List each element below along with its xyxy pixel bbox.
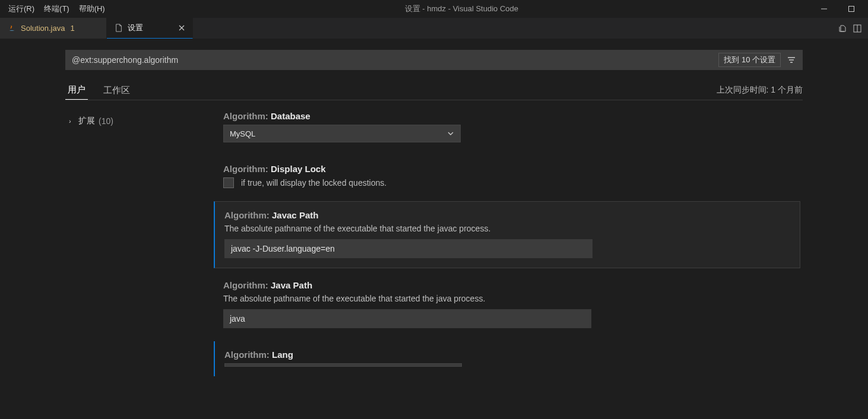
settings-toc: › 扩展 (10)	[65, 107, 214, 419]
minimize-icon[interactable]	[813, 0, 835, 18]
settings-editor: 找到 10 个设置 用户 工作区 上次同步时间: 1 个月前 › 扩展 (10)…	[0, 39, 868, 419]
chevron-down-icon	[447, 130, 454, 137]
split-editor-icon[interactable]	[853, 24, 862, 33]
setting-algorithm-display-lock: Algorithm: Display Lock if true, will di…	[214, 155, 800, 198]
toc-label: 扩展	[78, 116, 95, 126]
window-title: 设置 - hmdz - Visual Studio Code	[110, 4, 813, 14]
settings-file-icon	[114, 23, 123, 33]
tab-label: Solution.java	[21, 24, 65, 33]
open-changes-icon[interactable]	[838, 24, 848, 33]
setting-title: Algorithm: Javac Path	[224, 210, 790, 220]
setting-key: Display Lock	[271, 164, 326, 174]
setting-category: Algorithm:	[223, 280, 271, 290]
setting-algorithm-database: Algorithm: Database MySQL	[214, 107, 800, 152]
setting-key: Lang	[272, 350, 293, 360]
settings-search-input[interactable]	[72, 55, 714, 65]
svg-rect-0	[821, 9, 827, 9]
setting-description: The absolute pathname of the executable …	[223, 294, 791, 303]
input-value: java	[230, 314, 245, 323]
window-controls	[813, 0, 868, 18]
editor-actions	[838, 18, 868, 39]
search-results-count: 找到 10 个设置	[718, 53, 781, 67]
setting-key: Javac Path	[272, 210, 318, 220]
scope-tab-user[interactable]: 用户	[65, 81, 88, 100]
setting-title: Algorithm: Lang	[224, 350, 791, 360]
close-icon[interactable]	[178, 24, 185, 31]
java-path-input[interactable]: java	[223, 309, 591, 328]
svg-rect-1	[849, 7, 854, 12]
toc-count: (10)	[99, 116, 113, 126]
setting-key: Database	[271, 111, 311, 121]
menu-help[interactable]: 帮助(H)	[74, 1, 110, 17]
tab-solution-java[interactable]: Solution.java 1	[0, 18, 107, 39]
setting-category: Algorithm:	[223, 111, 271, 121]
maximize-icon[interactable]	[841, 0, 862, 18]
lang-select[interactable]	[224, 363, 462, 367]
menu-run[interactable]: 运行(R)	[4, 1, 39, 17]
input-value: javac -J-Duser.language=en	[231, 244, 335, 253]
setting-key: Java Path	[271, 280, 312, 290]
sync-status[interactable]: 上次同步时间: 1 个月前	[717, 85, 803, 96]
select-value: MySQL	[230, 129, 255, 138]
settings-search[interactable]: 找到 10 个设置	[65, 50, 803, 70]
dirty-badge: 1	[70, 24, 74, 33]
setting-category: Algorithm:	[223, 164, 271, 174]
setting-title: Algorithm: Database	[223, 111, 791, 121]
setting-algorithm-lang: Algorithm: Lang	[214, 341, 800, 376]
toc-item-extensions[interactable]: › 扩展 (10)	[65, 113, 214, 129]
filter-icon[interactable]	[787, 55, 796, 65]
titlebar: 运行(R) 终端(T) 帮助(H) 设置 - hmdz - Visual Stu…	[0, 0, 868, 18]
scope-tab-workspace[interactable]: 工作区	[101, 81, 132, 100]
tab-settings[interactable]: 设置	[107, 18, 193, 39]
setting-algorithm-java-path: Algorithm: Java Path The absolute pathna…	[214, 272, 800, 338]
setting-algorithm-javac-path: Algorithm: Javac Path The absolute pathn…	[214, 201, 800, 268]
settings-list[interactable]: Algorithm: Database MySQL Algorithm: Dis…	[214, 107, 803, 419]
chevron-right-icon: ›	[69, 118, 75, 125]
javac-path-input[interactable]: javac -J-Duser.language=en	[224, 239, 593, 258]
editor-tabs: Solution.java 1 设置	[0, 18, 868, 39]
setting-category: Algorithm:	[224, 350, 272, 360]
menu-bar: 运行(R) 终端(T) 帮助(H)	[0, 1, 110, 17]
setting-title: Algorithm: Java Path	[223, 280, 791, 290]
setting-description: The absolute pathname of the executable …	[224, 224, 790, 233]
menu-terminal[interactable]: 终端(T)	[39, 1, 74, 17]
database-select[interactable]: MySQL	[223, 125, 461, 142]
setting-title: Algorithm: Display Lock	[223, 164, 791, 174]
tab-label: 设置	[128, 23, 143, 33]
settings-scope-tabs: 用户 工作区 上次同步时间: 1 个月前	[65, 81, 803, 100]
setting-description: if true, will display the locked questio…	[241, 178, 387, 188]
display-lock-checkbox[interactable]	[223, 177, 234, 188]
settings-body: › 扩展 (10) Algorithm: Database MySQL	[65, 107, 803, 419]
java-file-icon	[7, 24, 17, 33]
setting-category: Algorithm:	[224, 210, 272, 220]
